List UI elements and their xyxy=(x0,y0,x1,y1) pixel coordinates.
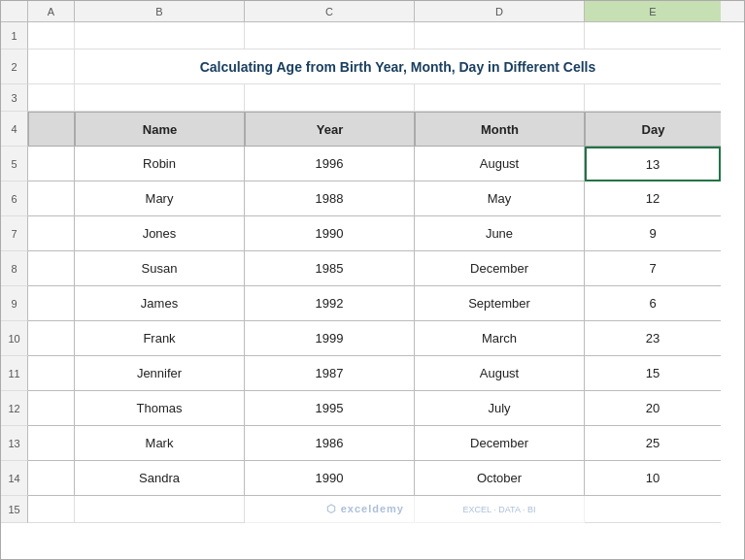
cell-a5[interactable] xyxy=(28,147,75,181)
cell-d10[interactable]: March xyxy=(415,321,585,356)
cell-c7[interactable]: 1990 xyxy=(245,216,415,251)
rownum-11: 11 xyxy=(1,356,28,391)
cell-a4[interactable] xyxy=(28,112,75,147)
cell-d12[interactable]: July xyxy=(415,391,585,426)
rownum-8: 8 xyxy=(1,251,28,286)
watermark-tagline: EXCEL · DATA · BI xyxy=(415,496,585,523)
cell-b10[interactable]: Frank xyxy=(75,321,245,356)
watermark-logo: ⬡ exceldemy xyxy=(245,496,415,523)
cell-d3[interactable] xyxy=(415,84,585,112)
rownum-4: 4 xyxy=(1,112,28,147)
row-14: 14 Sandra 1990 October 10 xyxy=(1,461,744,496)
column-headers: A B C D E xyxy=(1,1,744,22)
cell-a15[interactable] xyxy=(28,496,75,523)
cell-b14[interactable]: Sandra xyxy=(75,461,245,496)
cell-e11[interactable]: 15 xyxy=(585,356,721,391)
row-2: 2 Calculating Age from Birth Year, Month… xyxy=(1,49,744,84)
col-header-year[interactable]: Year xyxy=(245,112,415,147)
cell-e3[interactable] xyxy=(585,84,721,112)
rownum-13: 13 xyxy=(1,426,28,461)
cell-b7[interactable]: Jones xyxy=(75,216,245,251)
cell-e6[interactable]: 12 xyxy=(585,181,721,216)
cell-e15[interactable] xyxy=(585,496,721,523)
cell-a1[interactable] xyxy=(28,22,75,49)
row-1: 1 xyxy=(1,22,744,49)
rownum-2: 2 xyxy=(1,49,28,84)
cell-b15[interactable] xyxy=(75,496,245,523)
row-10: 10 Frank 1999 March 23 xyxy=(1,321,744,356)
cell-a7[interactable] xyxy=(28,216,75,251)
cell-c9[interactable]: 1992 xyxy=(245,286,415,321)
cell-c6[interactable]: 1988 xyxy=(245,181,415,216)
cell-a12[interactable] xyxy=(28,391,75,426)
col-header-day[interactable]: Day xyxy=(585,112,721,147)
cell-d6[interactable]: May xyxy=(415,181,585,216)
cell-c8[interactable]: 1985 xyxy=(245,251,415,286)
cell-e9[interactable]: 6 xyxy=(585,286,721,321)
cell-c12[interactable]: 1995 xyxy=(245,391,415,426)
cell-a14[interactable] xyxy=(28,461,75,496)
cell-c11[interactable]: 1987 xyxy=(245,356,415,391)
col-header-a[interactable]: A xyxy=(28,1,75,21)
cell-c10[interactable]: 1999 xyxy=(245,321,415,356)
rownum-9: 9 xyxy=(1,286,28,321)
cell-e14[interactable]: 10 xyxy=(585,461,721,496)
cell-d9[interactable]: September xyxy=(415,286,585,321)
cell-d14[interactable]: October xyxy=(415,461,585,496)
col-header-d[interactable]: D xyxy=(415,1,585,21)
cell-a3[interactable] xyxy=(28,84,75,112)
row-11: 11 Jennifer 1987 August 15 xyxy=(1,356,744,391)
cell-d11[interactable]: August xyxy=(415,356,585,391)
cell-a2[interactable] xyxy=(28,49,75,84)
row-4-header: 4 Name Year Month Day xyxy=(1,112,744,147)
rownum-6: 6 xyxy=(1,181,28,216)
rownum-10: 10 xyxy=(1,321,28,356)
cell-c5[interactable]: 1996 xyxy=(245,147,415,181)
cell-c1[interactable] xyxy=(245,22,415,49)
cell-e12[interactable]: 20 xyxy=(585,391,721,426)
cell-a8[interactable] xyxy=(28,251,75,286)
col-header-e[interactable]: E xyxy=(585,1,721,21)
col-header-month[interactable]: Month xyxy=(415,112,585,147)
cell-d5[interactable]: August xyxy=(415,147,585,181)
row-13: 13 Mark 1986 December 25 xyxy=(1,426,744,461)
cell-e5[interactable]: 13 xyxy=(585,147,721,181)
cell-d1[interactable] xyxy=(415,22,585,49)
cell-d8[interactable]: December xyxy=(415,251,585,286)
cell-d13[interactable]: December xyxy=(415,426,585,461)
cell-b1[interactable] xyxy=(75,22,245,49)
cell-e13[interactable]: 25 xyxy=(585,426,721,461)
cell-b11[interactable]: Jennifer xyxy=(75,356,245,391)
cell-e1[interactable] xyxy=(585,22,721,49)
cell-b3[interactable] xyxy=(75,84,245,112)
row-6: 6 Mary 1988 May 12 xyxy=(1,181,744,216)
cell-b6[interactable]: Mary xyxy=(75,181,245,216)
col-header-c[interactable]: C xyxy=(245,1,415,21)
cell-a13[interactable] xyxy=(28,426,75,461)
rownum-3: 3 xyxy=(1,84,28,112)
cell-a6[interactable] xyxy=(28,181,75,216)
cell-b8[interactable]: Susan xyxy=(75,251,245,286)
title-cell: Calculating Age from Birth Year, Month, … xyxy=(75,49,721,84)
sheet-body: 1 2 Calculating Age from Birth Year, Mon… xyxy=(1,22,744,559)
rownum-7: 7 xyxy=(1,216,28,251)
cell-c14[interactable]: 1990 xyxy=(245,461,415,496)
row-5: 5 Robin 1996 August 13 xyxy=(1,147,744,181)
cell-d7[interactable]: June xyxy=(415,216,585,251)
cell-e8[interactable]: 7 xyxy=(585,251,721,286)
cell-a11[interactable] xyxy=(28,356,75,391)
cell-b13[interactable]: Mark xyxy=(75,426,245,461)
rownum-15: 15 xyxy=(1,496,28,523)
cell-b5[interactable]: Robin xyxy=(75,147,245,181)
cell-a10[interactable] xyxy=(28,321,75,356)
cell-e7[interactable]: 9 xyxy=(585,216,721,251)
cell-e10[interactable]: 23 xyxy=(585,321,721,356)
cell-b12[interactable]: Thomas xyxy=(75,391,245,426)
row-9: 9 James 1992 September 6 xyxy=(1,286,744,321)
cell-a9[interactable] xyxy=(28,286,75,321)
col-header-name[interactable]: Name xyxy=(75,112,245,147)
cell-c13[interactable]: 1986 xyxy=(245,426,415,461)
cell-b9[interactable]: James xyxy=(75,286,245,321)
cell-c3[interactable] xyxy=(245,84,415,112)
col-header-b[interactable]: B xyxy=(75,1,245,21)
